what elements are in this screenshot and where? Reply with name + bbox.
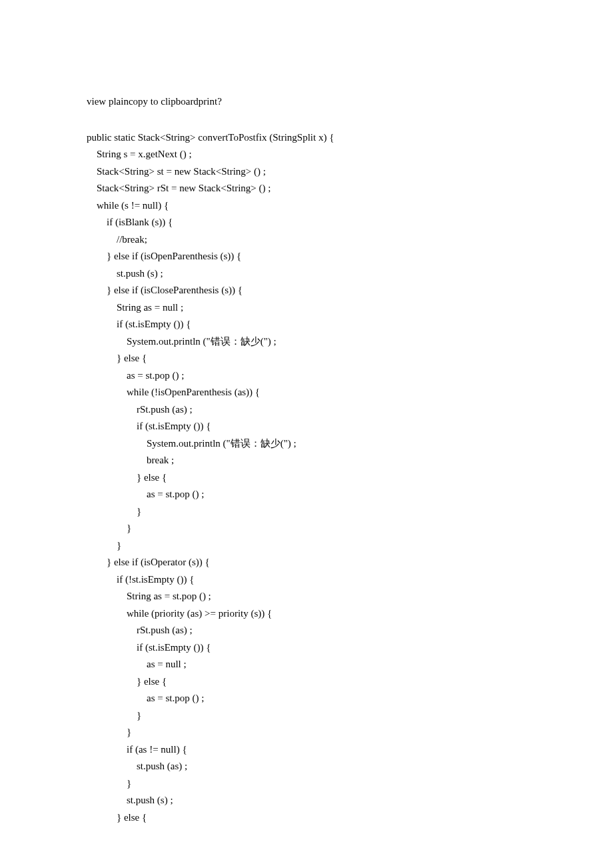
header-text: view plaincopy to clipboardprint? — [87, 93, 526, 111]
code-block: public static Stack<String> convertToPos… — [87, 129, 526, 827]
